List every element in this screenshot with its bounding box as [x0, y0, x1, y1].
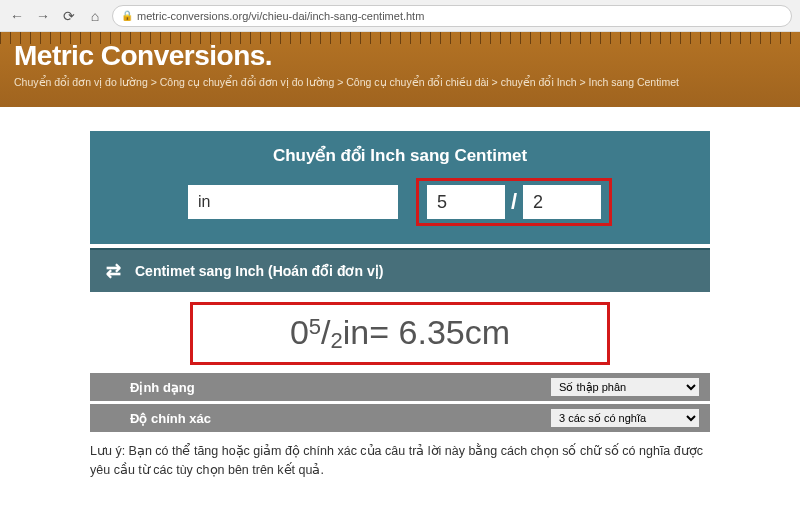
breadcrumb-item[interactable]: Chuyển đổi đơn vị đo lường: [14, 76, 148, 88]
swap-units-button[interactable]: ⇄ Centimet sang Inch (Hoán đổi đơn vị): [90, 248, 710, 292]
site-header: Metric Conversions. Chuyển đổi đơn vị đo…: [0, 32, 800, 107]
forward-button[interactable]: →: [34, 7, 52, 25]
reload-button[interactable]: ⟳: [60, 7, 78, 25]
lock-icon: 🔒: [121, 10, 133, 21]
breadcrumb-item[interactable]: Công cụ chuyển đổi đơn vị đo lường: [160, 76, 335, 88]
home-button[interactable]: ⌂: [86, 7, 104, 25]
fraction-slash: /: [511, 189, 517, 215]
precision-row: Độ chính xác 3 các số có nghĩa: [90, 404, 710, 432]
breadcrumb[interactable]: Chuyển đổi đơn vị đo lường > Công cụ chu…: [14, 76, 786, 88]
precision-note: Lưu ý: Bạn có thể tăng hoặc giảm độ chín…: [90, 442, 710, 480]
swap-icon: ⇄: [106, 260, 121, 282]
back-button[interactable]: ←: [8, 7, 26, 25]
format-select[interactable]: Số thập phân: [550, 377, 700, 397]
denominator-input[interactable]: 2: [523, 185, 601, 219]
breadcrumb-item[interactable]: chuyển đổi Inch: [501, 76, 577, 88]
browser-toolbar: ← → ⟳ ⌂ 🔒 metric-conversions.org/vi/chie…: [0, 0, 800, 32]
conversion-result: 05/2in= 6.35cm: [211, 313, 589, 354]
breadcrumb-item[interactable]: Inch sang Centimet: [588, 76, 678, 88]
url-text: metric-conversions.org/vi/chieu-dai/inch…: [137, 10, 424, 22]
format-label: Định dạng: [130, 380, 550, 395]
whole-input[interactable]: in: [188, 185, 398, 219]
breadcrumb-item[interactable]: Công cụ chuyển đổi chiều dài: [346, 76, 488, 88]
converter-inputs: in 5 / 2: [114, 178, 686, 226]
result-highlight: 05/2in= 6.35cm: [190, 302, 610, 365]
site-title: Metric Conversions.: [14, 40, 786, 72]
converter-panel: Chuyển đổi Inch sang Centimet in 5 / 2: [90, 131, 710, 244]
swap-label: Centimet sang Inch (Hoán đổi đơn vị): [135, 263, 383, 279]
url-bar[interactable]: 🔒 metric-conversions.org/vi/chieu-dai/in…: [112, 5, 792, 27]
precision-select[interactable]: 3 các số có nghĩa: [550, 408, 700, 428]
format-row: Định dạng Số thập phân: [90, 373, 710, 401]
main-content: Chuyển đổi Inch sang Centimet in 5 / 2 ⇄…: [0, 107, 800, 480]
fraction-highlight: 5 / 2: [416, 178, 612, 226]
precision-label: Độ chính xác: [130, 411, 550, 426]
numerator-input[interactable]: 5: [427, 185, 505, 219]
converter-title: Chuyển đổi Inch sang Centimet: [114, 145, 686, 166]
